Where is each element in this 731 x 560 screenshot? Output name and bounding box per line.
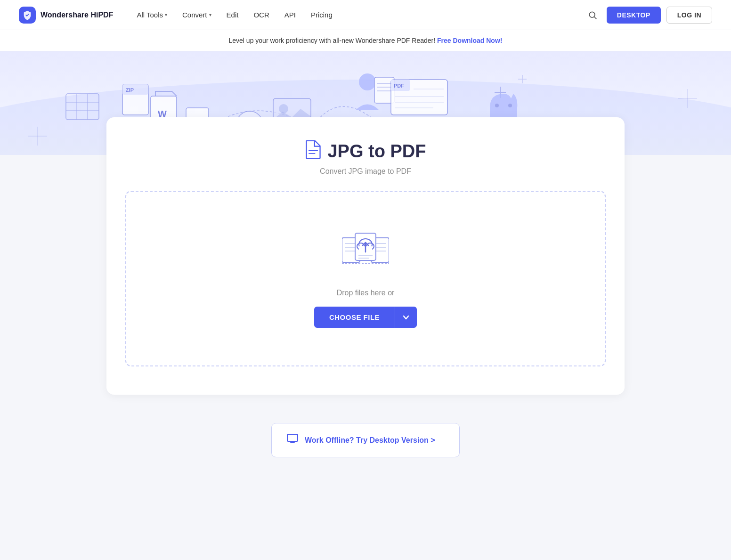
desktop-button[interactable]: DESKTOP: [607, 7, 661, 24]
navbar: Wondershare HiPDF All Tools ▾ Convert ▾ …: [0, 0, 731, 30]
svg-point-21: [359, 73, 376, 90]
svg-point-0: [589, 12, 595, 17]
search-button[interactable]: [584, 7, 601, 24]
nav-convert[interactable]: Convert ▾: [176, 7, 218, 23]
svg-line-1: [594, 16, 597, 19]
logo-text: Wondershare HiPDF: [41, 11, 113, 19]
card-title: JPG to PDF: [125, 140, 606, 162]
logo-icon: [19, 7, 36, 24]
choose-file-dropdown-button[interactable]: [395, 307, 417, 328]
choose-file-button[interactable]: CHOOSE FILE: [314, 307, 395, 328]
nav-links: All Tools ▾ Convert ▾ Edit OCR API Prici…: [130, 7, 584, 23]
monitor-icon: [287, 434, 298, 446]
card-subtitle: Convert JPG image to PDF: [125, 167, 606, 176]
nav-pricing[interactable]: Pricing: [304, 7, 339, 23]
logo-link[interactable]: Wondershare HiPDF: [19, 7, 113, 24]
svg-point-19: [279, 104, 288, 114]
upload-area[interactable]: Drop files here or CHOOSE FILE: [125, 191, 606, 366]
promo-banner: Level up your work proficiency with all-…: [0, 30, 731, 51]
svg-rect-69: [287, 434, 298, 441]
nav-api[interactable]: API: [278, 7, 302, 23]
svg-point-38: [508, 104, 512, 107]
chevron-down-icon: ▾: [209, 12, 211, 17]
upload-illustration: [342, 229, 389, 272]
choose-file-wrapper: CHOOSE FILE: [314, 307, 417, 328]
offline-section: Work Offline? Try Desktop Version >: [271, 423, 460, 457]
chevron-down-icon: [403, 314, 409, 321]
svg-text:PDF: PDF: [394, 83, 404, 89]
svg-text:ZIP: ZIP: [126, 87, 134, 93]
nav-all-tools[interactable]: All Tools ▾: [130, 7, 174, 23]
nav-edit[interactable]: Edit: [220, 7, 245, 23]
card-title-area: JPG to PDF Convert JPG image to PDF: [125, 140, 606, 176]
main-content: JPG to PDF Convert JPG image to PDF: [0, 155, 731, 486]
upload-icon-area: [342, 229, 389, 274]
login-button[interactable]: LOG IN: [666, 7, 712, 24]
banner-link[interactable]: Free Download Now!: [437, 37, 502, 44]
offline-card-link[interactable]: Work Offline? Try Desktop Version >: [271, 423, 460, 457]
nav-ocr[interactable]: OCR: [247, 7, 276, 23]
chevron-down-icon: ▾: [165, 12, 167, 17]
drop-text: Drop files here or: [337, 289, 395, 297]
file-icon: [305, 140, 322, 162]
converter-card: JPG to PDF Convert JPG image to PDF: [106, 117, 625, 395]
svg-point-37: [495, 104, 499, 107]
nav-right: DESKTOP LOG IN: [584, 7, 712, 24]
offline-text: Work Offline? Try Desktop Version >: [305, 436, 435, 445]
